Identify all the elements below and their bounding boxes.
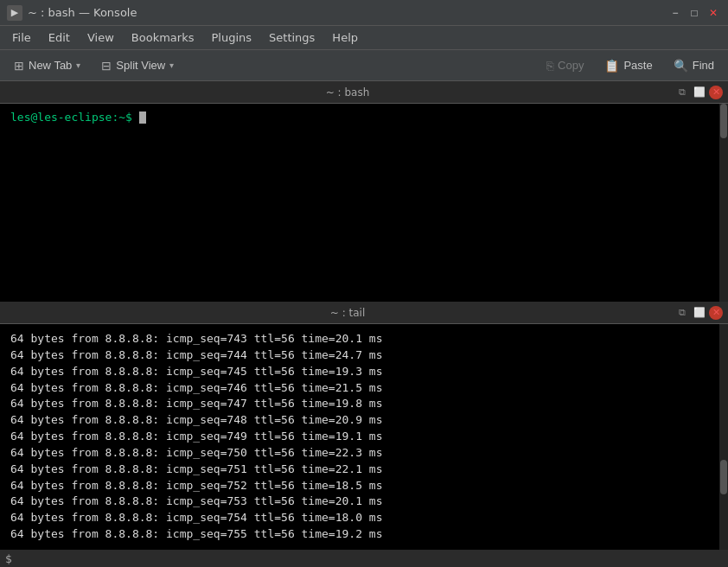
ping-line: 64 bytes from 8.8.8.8: icmp_seq=753 ttl=… [10,494,718,510]
ping-line: 64 bytes from 8.8.8.8: icmp_seq=750 ttl=… [10,445,718,462]
menu-view[interactable]: View [79,28,123,48]
bottom-terminal-panel: ~ : tail ⧉ ⬜ ✕ 64 bytes from 8.8.8.8: ic… [0,302,728,567]
ping-line: 64 bytes from 8.8.8.8: icmp_seq=755 ttl=… [10,526,718,543]
top-close-button[interactable]: ✕ [709,86,723,99]
copy-label: Copy [558,59,584,72]
ping-line: 64 bytes from 8.8.8.8: icmp_seq=744 ttl=… [10,347,718,364]
top-maximize-button[interactable]: ⬜ [692,85,707,100]
ping-line: 64 bytes from 8.8.8.8: icmp_seq=752 ttl=… [10,478,718,494]
bottom-prompt-line: $ [0,550,728,567]
ping-line: 64 bytes from 8.8.8.8: icmp_seq=748 ttl=… [10,412,718,429]
ping-output: 64 bytes from 8.8.8.8: icmp_seq=743 ttl=… [5,328,723,546]
menu-bar: File Edit View Bookmarks Plugins Setting… [0,26,728,50]
cursor [139,111,146,124]
find-label: Find [693,59,714,72]
new-tab-button[interactable]: ⊞ New Tab ▾ [5,55,89,76]
ping-line: 64 bytes from 8.8.8.8: icmp_seq=751 ttl=… [10,462,718,478]
new-tab-icon: ⊞ [14,59,24,73]
prompt-space [132,111,139,124]
top-terminal-output: les@les-eclipse:~$ [5,107,723,127]
top-scrollbar[interactable] [719,104,728,302]
menu-help[interactable]: Help [323,28,367,48]
bottom-close-button[interactable]: ✕ [709,306,723,320]
ping-line: 64 bytes from 8.8.8.8: icmp_seq=746 ttl=… [10,380,718,397]
bottom-tab-title: ~ : tail [21,307,674,319]
top-tab-controls: ⧉ ⬜ ✕ [674,85,723,100]
bottom-terminal-content[interactable]: 64 bytes from 8.8.8.8: icmp_seq=743 ttl=… [0,324,728,550]
copy-button[interactable]: ⎘ Copy [538,55,592,76]
paste-icon: 📋 [604,59,619,73]
bottom-cursor: $ [5,552,12,565]
new-tab-label: New Tab [29,59,72,72]
maximize-button[interactable]: □ [686,5,702,21]
split-view-button[interactable]: ⊟ Split View ▾ [93,55,182,76]
app-icon: ▶ [7,5,22,21]
find-button[interactable]: 🔍 Find [665,55,723,76]
ping-line: 64 bytes from 8.8.8.8: icmp_seq=745 ttl=… [10,364,718,380]
top-tab-title: ~ : bash [21,86,674,99]
menu-settings[interactable]: Settings [260,28,323,48]
bottom-restore-button[interactable]: ⧉ [674,305,690,321]
split-view-icon: ⊟ [101,59,112,73]
window-controls: − □ ✕ [667,5,721,21]
ping-line: 64 bytes from 8.8.8.8: icmp_seq=754 ttl=… [10,510,718,526]
ping-line: 64 bytes from 8.8.8.8: icmp_seq=749 ttl=… [10,429,718,445]
new-tab-dropdown-icon[interactable]: ▾ [76,61,80,70]
top-scrollbar-thumb[interactable] [720,104,727,138]
ping-line: 64 bytes from 8.8.8.8: icmp_seq=743 ttl=… [10,331,718,347]
close-button[interactable]: ✕ [706,5,721,21]
bottom-tab-controls: ⧉ ⬜ ✕ [674,305,723,321]
toolbar: ⊞ New Tab ▾ ⊟ Split View ▾ ⎘ Copy 📋 Past… [0,50,728,81]
menu-edit[interactable]: Edit [40,28,79,48]
split-view: ~ : bash ⧉ ⬜ ✕ les@les-eclipse:~$ ~ : ta… [0,81,728,567]
split-view-label: Split View [116,59,165,72]
paste-label: Paste [623,59,652,72]
bottom-maximize-button[interactable]: ⬜ [692,305,707,321]
title-bar: ▶ ~ : bash — Konsole − □ ✕ [0,0,728,26]
title-bar-left: ▶ ~ : bash — Konsole [7,5,137,21]
top-terminal-panel: ~ : bash ⧉ ⬜ ✕ les@les-eclipse:~$ [0,81,728,302]
bottom-tab-header: ~ : tail ⧉ ⬜ ✕ [0,302,728,324]
paste-button[interactable]: 📋 Paste [596,55,661,76]
copy-icon: ⎘ [546,59,553,73]
menu-file[interactable]: File [3,28,40,48]
prompt-user: les@les-eclipse:~$ [10,111,132,124]
bottom-scrollbar[interactable] [719,324,728,550]
ping-line: 64 bytes from 8.8.8.8: icmp_seq=747 ttl=… [10,396,718,412]
window-title: ~ : bash — Konsole [28,6,137,19]
menu-bookmarks[interactable]: Bookmarks [123,28,203,48]
minimize-button[interactable]: − [667,5,683,21]
top-restore-button[interactable]: ⧉ [674,85,690,100]
menu-plugins[interactable]: Plugins [202,28,260,48]
bottom-scrollbar-thumb[interactable] [720,460,727,494]
top-tab-header: ~ : bash ⧉ ⬜ ✕ [0,81,728,104]
top-terminal-content[interactable]: les@les-eclipse:~$ [0,104,728,302]
split-view-dropdown-icon[interactable]: ▾ [169,61,174,70]
find-icon: 🔍 [674,59,688,73]
